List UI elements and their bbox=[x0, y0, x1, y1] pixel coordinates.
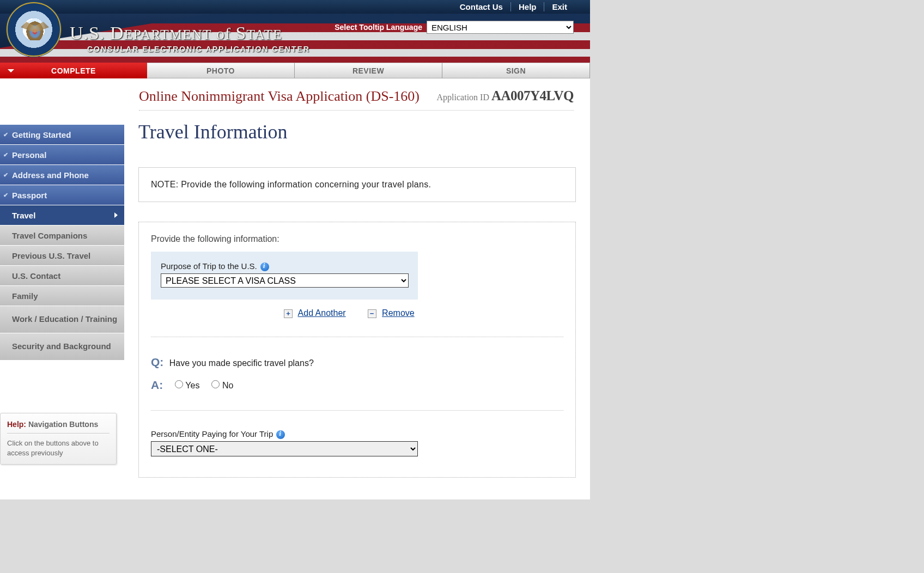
nav-address-phone[interactable]: Address and Phone bbox=[0, 165, 124, 185]
payer-label: Person/Entity Paying for Your Trip bbox=[151, 429, 563, 439]
eagle-icon bbox=[24, 19, 46, 40]
q-label: Q: bbox=[151, 356, 163, 368]
plus-icon[interactable]: + bbox=[284, 309, 293, 318]
purpose-label: Purpose of Trip to the U.S. bbox=[161, 261, 408, 271]
dept-title: U.S. DEPARTMENT of STATE CONSULAR ELECTR… bbox=[70, 23, 310, 53]
tab-complete[interactable]: COMPLETE bbox=[0, 63, 147, 78]
radio-group: Yes No bbox=[175, 380, 233, 391]
help-title: Help: Navigation Buttons bbox=[7, 420, 110, 429]
info-icon[interactable] bbox=[260, 263, 269, 271]
app-container: Contact Us Help Exit U.S. DEPARTMENT of … bbox=[0, 0, 590, 499]
radio-yes-label[interactable]: Yes bbox=[175, 380, 199, 391]
application-id-label: Application ID bbox=[437, 93, 491, 102]
minus-icon[interactable]: − bbox=[368, 309, 376, 318]
progress-tabs: COMPLETE PHOTO REVIEW SIGN bbox=[0, 63, 590, 78]
app-title: Online Nonimmigrant Visa Application (DS… bbox=[139, 88, 420, 105]
tab-sign[interactable]: SIGN bbox=[442, 63, 590, 78]
language-label: Select Tooltip Language bbox=[335, 23, 422, 32]
divider bbox=[151, 337, 563, 337]
q-text: Have you made specific travel plans? bbox=[169, 358, 314, 368]
a-label: A: bbox=[151, 379, 163, 392]
help-link[interactable]: Help bbox=[510, 2, 544, 11]
purpose-select[interactable]: PLEASE SELECT A VISA CLASS bbox=[161, 273, 409, 288]
nav-us-contact[interactable]: U.S. Contact bbox=[0, 266, 124, 286]
language-select[interactable]: ENGLISH bbox=[427, 21, 574, 34]
sidebar: Getting Started Personal Address and Pho… bbox=[0, 111, 124, 499]
tab-review[interactable]: REVIEW bbox=[295, 63, 442, 78]
dept-subtitle: CONSULAR ELECTRONIC APPLICATION CENTER bbox=[87, 45, 310, 53]
nav-travel[interactable]: Travel bbox=[0, 205, 124, 225]
note-box: NOTE: Provide the following information … bbox=[138, 167, 576, 202]
divider bbox=[151, 410, 563, 411]
nav-family[interactable]: Family bbox=[0, 286, 124, 306]
nav-getting-started[interactable]: Getting Started bbox=[0, 125, 124, 145]
app-title-row: Online Nonimmigrant Visa Application (DS… bbox=[0, 78, 590, 110]
exit-link[interactable]: Exit bbox=[544, 2, 575, 11]
header-top-links: Contact Us Help Exit bbox=[0, 0, 590, 14]
answer-row: A: Yes No bbox=[151, 379, 563, 392]
help-box: Help: Navigation Buttons Click on the bu… bbox=[0, 413, 117, 465]
remove-link[interactable]: Remove bbox=[382, 308, 415, 318]
add-another-link[interactable]: Add Another bbox=[298, 308, 346, 318]
payer-select[interactable]: -SELECT ONE- bbox=[151, 441, 418, 456]
section-label: Provide the following information: bbox=[151, 234, 563, 244]
nav-work-edu[interactable]: Work / Education / Training bbox=[0, 306, 124, 333]
dept-title-text1: U.S. DEPARTMENT of STATE bbox=[70, 25, 282, 42]
purpose-box: Purpose of Trip to the U.S. PLEASE SELEC… bbox=[151, 252, 418, 300]
nav-personal[interactable]: Personal bbox=[0, 145, 124, 165]
nav-security[interactable]: Security and Background bbox=[0, 333, 124, 361]
header: Contact Us Help Exit U.S. DEPARTMENT of … bbox=[0, 0, 590, 63]
payer-row: Person/Entity Paying for Your Trip -SELE… bbox=[151, 429, 563, 456]
state-dept-seal-icon bbox=[7, 2, 61, 57]
radio-yes[interactable] bbox=[175, 380, 183, 388]
nav-travel-companions[interactable]: Travel Companions bbox=[0, 225, 124, 246]
nav-passport[interactable]: Passport bbox=[0, 185, 124, 205]
help-body: Click on the buttons above to access pre… bbox=[7, 438, 110, 458]
info-icon[interactable] bbox=[276, 430, 285, 439]
language-selector: Select Tooltip Language ENGLISH bbox=[335, 21, 574, 34]
main-content: Travel Information NOTE: Provide the fol… bbox=[124, 111, 590, 499]
application-id-value: AA007Y4LVQ bbox=[491, 88, 574, 103]
form-section: Provide the following information: Purpo… bbox=[138, 222, 576, 478]
contact-us-link[interactable]: Contact Us bbox=[452, 2, 510, 11]
tab-photo[interactable]: PHOTO bbox=[147, 63, 295, 78]
body: Getting Started Personal Address and Pho… bbox=[0, 111, 590, 499]
radio-no[interactable] bbox=[211, 380, 220, 388]
question-row: Q: Have you made specific travel plans? bbox=[151, 356, 563, 369]
page-title: Travel Information bbox=[138, 120, 576, 143]
application-id: Application ID AA007Y4LVQ bbox=[437, 88, 574, 103]
radio-no-label[interactable]: No bbox=[211, 380, 233, 391]
add-remove-row: + Add Another − Remove bbox=[284, 308, 563, 318]
nav-previous-travel[interactable]: Previous U.S. Travel bbox=[0, 246, 124, 266]
